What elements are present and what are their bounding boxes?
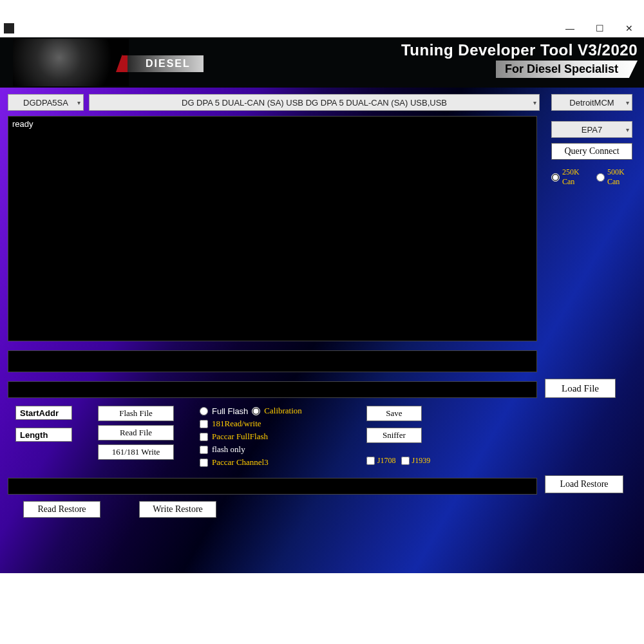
adapter-dropdown[interactable]: DGDPA5SA ▾ <box>8 94 84 111</box>
banner: DIESEL Tuning Developer Tool V3/2020 For… <box>0 37 644 88</box>
titlebar: — ☐ ✕ <box>0 19 644 37</box>
progress-bar-1 <box>8 350 537 372</box>
right-column: DetroitMCM ▾ EPA7 ▾ Query Connect 250K C… <box>551 94 636 187</box>
banner-title: Tuning Developer Tool V3/2020 <box>401 41 638 59</box>
banner-subtitle: For Diesel Specialist <box>496 61 638 78</box>
full-flash-label: Full Flash <box>212 406 248 416</box>
can-speed-group: 250K Can 500K Can <box>551 167 636 187</box>
full-flash-radio[interactable] <box>200 407 208 415</box>
can-500k-input[interactable] <box>596 173 605 182</box>
load-file-button[interactable]: Load File <box>545 379 616 398</box>
ecu-dropdown[interactable]: DetroitMCM ▾ <box>551 94 632 111</box>
sniffer-button[interactable]: Sniffer <box>366 428 422 443</box>
minimize-button[interactable]: — <box>555 19 585 37</box>
check-flash-only[interactable]: flash only <box>200 444 302 455</box>
chevron-down-icon: ▾ <box>626 99 629 106</box>
query-connect-button[interactable]: Query Connect <box>551 143 632 160</box>
console-status: ready <box>12 119 33 129</box>
write-161-181-button[interactable]: 161/181 Write <box>98 444 174 460</box>
check-paccar-ch3[interactable]: Paccar Channel3 <box>200 457 302 468</box>
device-value: DG DPA 5 DUAL-CAN (SA) USB DG DPA 5 DUAL… <box>182 98 447 108</box>
device-dropdown[interactable]: DG DPA 5 DUAL-CAN (SA) USB DG DPA 5 DUAL… <box>89 94 540 111</box>
protocol-group: J1708 J1939 <box>366 456 430 466</box>
chevron-down-icon: ▾ <box>626 126 629 133</box>
j1708-check[interactable]: J1708 <box>366 456 396 466</box>
file-path-bar <box>8 381 537 398</box>
calibration-radio[interactable] <box>252 407 260 415</box>
j1939-check[interactable]: J1939 <box>401 456 431 466</box>
app-icon <box>4 23 14 33</box>
close-button[interactable]: ✕ <box>614 19 644 37</box>
adapter-value: DGDPA5SA <box>23 98 68 108</box>
restore-path-bar <box>8 478 537 495</box>
brand-badge: DIESEL <box>122 55 204 72</box>
check-paccar-fullflash[interactable]: Paccar FullFlash <box>200 431 302 442</box>
can-500k-radio[interactable]: 500K Can <box>596 167 636 187</box>
write-restore-button[interactable]: Write Restore <box>139 501 216 518</box>
banner-logo <box>13 39 129 86</box>
console-output: ready <box>8 116 537 341</box>
chevron-down-icon: ▾ <box>77 99 80 106</box>
epa-value: EPA7 <box>582 125 602 135</box>
check-181rw[interactable]: 181Read/write <box>200 419 302 429</box>
app-window: — ☐ ✕ DIESEL Tuning Developer Tool V3/20… <box>0 19 644 573</box>
epa-dropdown[interactable]: EPA7 ▾ <box>551 121 632 138</box>
can-250k-radio[interactable]: 250K Can <box>551 167 591 187</box>
load-restore-button[interactable]: Load Restore <box>545 475 623 493</box>
window-controls: — ☐ ✕ <box>555 19 644 37</box>
workarea: DGDPA5SA ▾ DG DPA 5 DUAL-CAN (SA) USB DG… <box>0 88 644 573</box>
flash-mode-group: Full Flash Calibration <box>200 406 302 416</box>
maximize-button[interactable]: ☐ <box>585 19 614 37</box>
chevron-down-icon: ▾ <box>533 99 536 106</box>
can-250k-input[interactable] <box>551 173 560 182</box>
flash-file-button[interactable]: Flash File <box>98 406 174 421</box>
ecu-value: DetroitMCM <box>569 98 614 108</box>
read-file-button[interactable]: Read File <box>98 425 174 440</box>
start-addr-label: StartAddr <box>15 406 72 420</box>
save-button[interactable]: Save <box>366 406 422 421</box>
options-grid: StartAddr Length Flash File Read File 16… <box>15 406 430 468</box>
restore-buttons: Read Restore Write Restore <box>23 501 216 518</box>
read-restore-button[interactable]: Read Restore <box>23 501 100 518</box>
calibration-label: Calibration <box>264 406 302 416</box>
length-label: Length <box>15 428 72 442</box>
